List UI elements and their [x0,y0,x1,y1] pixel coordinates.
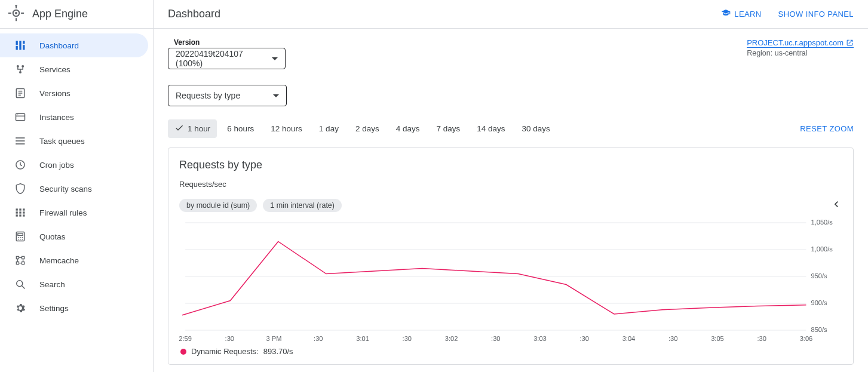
svg-text::30: :30 [668,335,677,342]
svg-point-42 [22,237,23,238]
sidebar-item-task-queues[interactable]: Task queues [0,129,153,153]
time-range-7-days[interactable]: 7 days [430,121,467,137]
svg-point-6 [15,5,17,7]
metric-value: Requests by type [176,91,240,100]
memcache-icon [14,254,26,266]
time-range-12-hours[interactable]: 12 hours [264,121,309,137]
time-range-30-days[interactable]: 30 days [516,121,557,137]
svg-rect-29 [16,208,18,210]
time-range-1-hour[interactable]: 1 hour [168,119,217,138]
sidebar-item-cron-jobs[interactable]: Cron jobs [0,153,153,177]
time-range-4-days[interactable]: 4 days [389,121,427,137]
sidebar-item-quotas[interactable]: Quotas [0,225,153,248]
svg-text::30: :30 [757,335,766,342]
chart-chip-row: by module id (sum)1 min interval (rate) [179,198,842,212]
svg-rect-33 [19,211,21,213]
svg-point-45 [22,239,23,240]
sidebar-item-instances[interactable]: Instances [0,105,153,129]
metric-dropdown[interactable]: Requests by type [168,85,287,106]
sidebar-item-settings[interactable]: Settings [0,296,153,320]
chevron-down-icon [273,94,279,97]
svg-line-47 [22,286,25,289]
firewall-rules-icon [14,207,26,219]
chart-plot: 1,050/s1,000/s950/s900/s850/s2:59:303 PM… [179,218,842,343]
sidebar-item-firewall-rules[interactable]: Firewall rules [0,201,153,225]
svg-point-40 [18,237,19,238]
sidebar-item-security-scans[interactable]: Security scans [0,177,153,201]
chart-chip-0[interactable]: by module id (sum) [179,199,257,212]
sidebar-item-memcache[interactable]: Memcache [0,248,153,272]
svg-text:3:03: 3:03 [533,335,547,342]
svg-text:3:04: 3:04 [622,335,636,342]
svg-text:1,000/s: 1,000/s [811,245,833,253]
svg-rect-32 [16,211,18,213]
svg-rect-11 [23,45,24,50]
time-range-row: 1 hour6 hours12 hours1 day2 days4 days7 … [168,119,854,138]
legend-series-name: Dynamic Requests: [191,347,259,356]
svg-point-44 [20,239,21,240]
svg-point-25 [16,137,17,139]
svg-rect-7 [16,41,18,45]
svg-text::30: :30 [580,335,589,342]
svg-rect-35 [16,214,18,216]
svg-text:3:02: 3:02 [445,335,458,342]
time-range-14-days[interactable]: 14 days [470,121,511,137]
sidebar-item-dashboard[interactable]: Dashboard [0,33,148,57]
learn-icon [721,8,731,20]
svg-rect-30 [19,208,21,210]
svg-text:2:59: 2:59 [179,335,192,342]
svg-point-46 [17,281,23,287]
svg-text::30: :30 [314,335,323,342]
svg-rect-39 [18,233,23,235]
cron-jobs-icon [14,159,26,171]
svg-rect-8 [16,46,18,50]
time-range-label: 1 hour [188,124,210,133]
dashboard-icon [14,39,26,51]
sidebar-item-label: Cron jobs [39,161,74,170]
time-range-2-days[interactable]: 2 days [349,121,386,137]
svg-rect-31 [23,208,24,210]
settings-icon [14,302,26,314]
svg-point-12 [17,65,19,67]
svg-text::30: :30 [491,335,500,342]
svg-rect-9 [19,41,21,50]
svg-text:850/s: 850/s [811,326,828,333]
sidebar-item-label: Firewall rules [39,208,87,217]
svg-rect-36 [19,214,21,216]
sidebar-item-search[interactable]: Search [0,272,153,296]
sidebar-item-label: Settings [39,304,69,313]
sidebar: App Engine DashboardServicesVersionsInst… [0,0,154,372]
app-engine-icon [7,4,25,24]
time-range-6-hours[interactable]: 6 hours [220,121,260,137]
search-icon [14,278,26,290]
chart-legend: Dynamic Requests: 893.70/s [179,347,842,356]
chart-y-axis-label: Requests/sec [179,180,842,189]
main: Dashboard LEARN SHOW INFO PANEL Version … [154,0,868,372]
sidebar-item-label: Quotas [39,232,66,241]
reset-zoom-button[interactable]: RESET ZOOM [800,124,854,133]
chart-chip-1[interactable]: 1 min interval (rate) [263,199,342,212]
svg-text:3:01: 3:01 [356,335,369,342]
chart-card: Requests by type Requests/sec by module … [168,147,854,365]
sidebar-item-services[interactable]: Services [0,57,153,81]
content: Version 20220419t204107 (100%) Requests … [154,29,868,372]
show-info-panel-button[interactable]: SHOW INFO PANEL [778,10,854,19]
learn-button[interactable]: LEARN [721,8,761,20]
svg-text:3:06: 3:06 [800,335,813,342]
svg-text:3:05: 3:05 [711,335,724,342]
sidebar-item-versions[interactable]: Versions [0,81,153,105]
chart-collapse-icon[interactable] [830,198,842,212]
svg-point-27 [16,143,17,145]
project-info: PROJECT.uc.r.appspot.com Region: us-cent… [747,38,854,57]
versions-icon [14,87,26,99]
sidebar-item-label: Dashboard [39,41,79,50]
svg-text:3 PM: 3 PM [266,335,282,342]
legend-swatch [180,349,186,355]
instances-icon [14,111,26,123]
chevron-down-icon [272,57,278,60]
svg-point-21 [17,115,19,116]
version-dropdown[interactable]: 20220419t204107 (100%) [168,48,286,69]
product-name: App Engine [32,8,88,20]
project-link[interactable]: PROJECT.uc.r.appspot.com [747,38,854,48]
time-range-1-day[interactable]: 1 day [312,121,345,137]
